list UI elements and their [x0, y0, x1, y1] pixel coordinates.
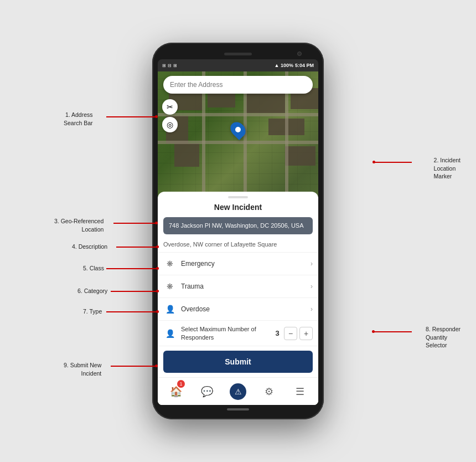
type-row[interactable]: 👤 Overdose ›: [158, 298, 318, 321]
class-label: Emergency: [181, 260, 311, 268]
handle-bar: [228, 196, 248, 198]
category-arrow-icon: ›: [311, 283, 313, 290]
nav-alert[interactable]: ⚠: [223, 378, 253, 405]
ann-dot-1: [155, 115, 158, 118]
ann-line-3: [113, 223, 155, 224]
ann-line-7: [106, 311, 156, 312]
annotation-3-text: 3. Geo-ReferencedLocation: [54, 218, 104, 233]
ann-line-6: [111, 291, 156, 292]
annotation-9: 9. Submit NewIncident: [64, 361, 101, 377]
nav-home[interactable]: 🏠 1: [161, 378, 192, 405]
type-icon: 👤: [163, 302, 177, 316]
road-h-2: [158, 141, 318, 144]
ann-line-4: [116, 247, 156, 248]
submit-button[interactable]: Submit: [163, 351, 313, 373]
chat-icon: 💬: [201, 386, 213, 398]
annotation-2-text: 2. IncidentLocationMarker: [434, 157, 461, 179]
ann-dot-6: [156, 290, 159, 292]
category-icon: ❋: [163, 280, 177, 293]
annotation-3: 3. Geo-ReferencedLocation: [54, 217, 104, 233]
annotation-4: 4. Description: [72, 243, 107, 251]
phone-bottom-bar: [158, 405, 318, 414]
class-icon: ❋: [163, 257, 177, 270]
annotation-8: 8. ResponderQuantitySelector: [426, 325, 461, 350]
ann-dot-2: [372, 161, 375, 163]
building-7: [174, 143, 199, 167]
location-marker: [231, 121, 245, 138]
decrement-button[interactable]: −: [284, 327, 297, 340]
bottom-sheet: New Incident 748 Jackson Pl NW, Washingt…: [158, 192, 318, 405]
home-indicator: [227, 408, 249, 410]
responders-row: 👤 Select Maximum Number of Responders 3 …: [158, 321, 318, 346]
annotation-9-text: 9. Submit NewIncident: [64, 362, 101, 377]
ann-dot-5: [156, 267, 159, 270]
geo-location-text: 748 Jackson Pl NW, Washington, DC 20506,…: [169, 222, 304, 229]
sheet-title: New Incident: [158, 203, 318, 212]
geo-location-row: 748 Jackson Pl NW, Washington, DC 20506,…: [163, 217, 313, 234]
class-arrow-icon: ›: [311, 260, 313, 268]
home-badge: 1: [177, 380, 185, 388]
annotation-5: 5. Class: [83, 264, 104, 273]
nav-menu[interactable]: ☰: [284, 378, 315, 405]
ann-dot-8: [372, 330, 375, 333]
ann-dot-4: [156, 245, 159, 248]
annotation-7: 7. Type: [83, 307, 102, 316]
ann-line-8: [373, 331, 412, 332]
map-settings-button[interactable]: ✂: [162, 99, 178, 115]
description-row: Overdose, NW corner of Lafayette Square: [158, 239, 318, 253]
phone-frame: ⊞ ⊟ ⊞ ▲ 100% 5:04 PM: [152, 43, 324, 419]
type-arrow-icon: ›: [311, 305, 313, 313]
annotation-7-text: 7. Type: [83, 308, 102, 315]
responders-count: 3: [273, 329, 282, 337]
responders-icon: 👤: [163, 327, 177, 340]
building-8: [285, 146, 315, 166]
annotation-8-text: 8. ResponderQuantitySelector: [426, 326, 461, 348]
category-label: Trauma: [181, 283, 311, 290]
alert-icon: ⚠: [230, 383, 246, 400]
sheet-handle: [158, 192, 318, 203]
annotation-6: 6. Category: [77, 287, 107, 295]
annotation-2: 2. IncidentLocationMarker: [434, 156, 461, 181]
nav-chat[interactable]: 💬: [192, 378, 223, 405]
ann-line-1: [106, 116, 155, 117]
map-location-button[interactable]: ◎: [162, 117, 178, 132]
settings-icon: ⚙: [265, 386, 273, 398]
annotation-6-text: 6. Category: [77, 288, 107, 294]
status-right: ▲ 100% 5:04 PM: [275, 63, 314, 68]
ann-dot-9: [155, 365, 158, 367]
phone-screen: ⊞ ⊟ ⊞ ▲ 100% 5:04 PM: [158, 59, 318, 405]
class-row[interactable]: ❋ Emergency ›: [158, 253, 318, 275]
status-icon-3: ⊞: [173, 63, 177, 68]
category-row[interactable]: ❋ Trauma ›: [158, 275, 318, 298]
ann-dot-7: [156, 310, 159, 313]
phone-top-bar: [158, 48, 318, 59]
status-icon-2: ⊟: [168, 63, 172, 68]
road-h-1: [158, 113, 318, 116]
map-controls: ✂ ◎: [162, 99, 178, 132]
status-bar: ⊞ ⊟ ⊞ ▲ 100% 5:04 PM: [158, 59, 318, 71]
responders-label: Select Maximum Number of Responders: [181, 325, 273, 341]
nav-settings[interactable]: ⚙: [253, 378, 284, 405]
ann-line-5: [106, 268, 156, 269]
search-input[interactable]: [170, 81, 306, 89]
ann-line-9: [111, 366, 155, 367]
annotation-5-text: 5. Class: [83, 265, 104, 271]
annotation-1: 1. AddressSearch Bar: [64, 111, 93, 127]
scene: ⊞ ⊟ ⊞ ▲ 100% 5:04 PM: [0, 0, 476, 462]
status-time: 5:04 PM: [295, 63, 314, 68]
phone-camera: [297, 52, 302, 56]
status-left-icons: ⊞ ⊟ ⊞: [162, 63, 177, 68]
increment-button[interactable]: +: [299, 327, 313, 340]
type-label: Overdose: [181, 305, 311, 313]
map-area[interactable]: ✂ ◎ New Incident 748 Jackson Pl NW, Wash…: [158, 71, 318, 405]
search-bar[interactable]: [163, 76, 313, 94]
bottom-nav: 🏠 1 💬 ⚠ ⚙ ☰: [158, 377, 318, 405]
ann-dot-3: [155, 222, 158, 224]
description-text: Overdose, NW corner of Lafayette Square: [163, 241, 277, 248]
ann-line-2: [374, 162, 412, 163]
annotation-4-text: 4. Description: [72, 243, 107, 250]
status-icon-1: ⊞: [162, 63, 166, 68]
menu-icon: ☰: [296, 386, 304, 398]
annotation-1-text: 1. AddressSearch Bar: [64, 111, 93, 126]
status-signal: ▲ 100%: [275, 63, 293, 68]
